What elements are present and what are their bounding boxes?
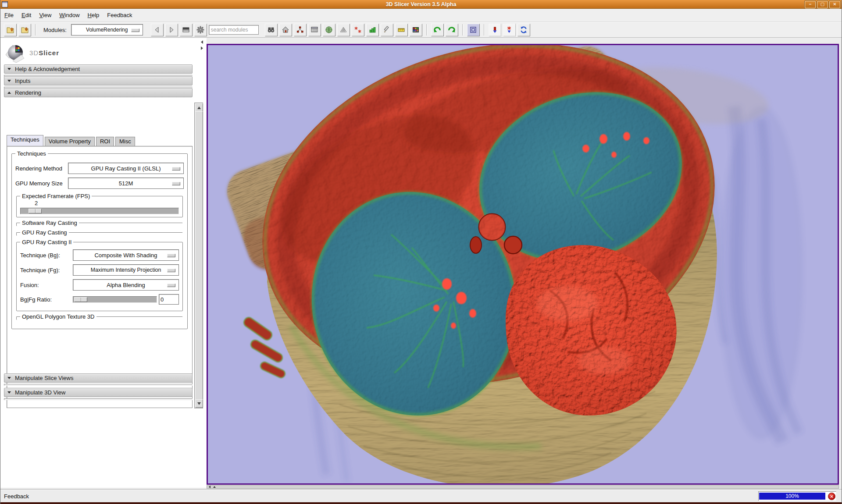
scrollbar-thumb[interactable]	[195, 111, 203, 400]
chart-bars-icon	[368, 26, 376, 34]
arrow-down-icon	[197, 402, 201, 405]
menu-file[interactable]: File	[0, 10, 18, 20]
mesh-icon	[339, 26, 347, 34]
menu-edit[interactable]: Edit	[18, 10, 35, 20]
scroll-handle-icon	[213, 486, 216, 488]
gpu-ray-casting-groupbox[interactable]: GPU Ray Casting	[16, 232, 183, 236]
techniques-tab-panel: Techniques Rendering Method GPU Ray Cast…	[7, 146, 193, 408]
section-rendering[interactable]: Rendering	[4, 88, 193, 97]
fiducial-button[interactable]	[489, 24, 501, 36]
maximize-button[interactable]: ▢	[817, 1, 828, 8]
threed-viewport[interactable]	[207, 44, 839, 485]
menu-feedback[interactable]: Feedback	[103, 10, 136, 20]
technique-bg-combobox[interactable]: Composite With Shading	[73, 249, 179, 261]
modules-combobox[interactable]: VolumeRendering	[71, 24, 143, 35]
globe-icon	[325, 26, 333, 34]
viewport-bottom-scrollbar[interactable]	[207, 485, 839, 489]
rendering-method-combobox[interactable]: GPU Ray Casting II (GLSL)	[68, 163, 184, 174]
menu-help[interactable]: Help	[84, 10, 103, 20]
measurements-button[interactable]	[395, 24, 408, 36]
tab-roi[interactable]: ROI	[96, 137, 114, 146]
scroll-up-button[interactable]	[195, 103, 203, 112]
tab-techniques[interactable]: Techniques	[7, 135, 43, 146]
section-label: Rendering	[15, 89, 41, 96]
collapsed-content	[4, 398, 193, 400]
redo-button[interactable]	[446, 24, 458, 36]
load-scene-button[interactable]	[4, 24, 17, 36]
tables-button[interactable]	[308, 24, 321, 36]
editor-button[interactable]	[381, 24, 393, 36]
home-button[interactable]	[279, 24, 292, 36]
software-ray-casting-groupbox[interactable]: Software Ray Casting	[16, 223, 183, 226]
panel-scrollbar[interactable]	[194, 103, 203, 408]
data-module-button[interactable]	[294, 24, 307, 36]
previous-arrow-icon	[153, 26, 161, 33]
toolbar-separator	[35, 24, 36, 35]
bgfg-ratio-entry[interactable]	[159, 294, 179, 305]
framerate-slider-handle[interactable]	[29, 209, 42, 213]
gpu-memory-combobox[interactable]: 512M	[68, 177, 184, 189]
scroll-left-icon	[209, 486, 210, 488]
search-modules-input[interactable]	[209, 25, 259, 35]
arrow-up-icon	[197, 106, 201, 109]
rotate-arrows-icon	[519, 25, 528, 34]
groupbox-label: Software Ray Casting	[20, 220, 79, 226]
section-inputs[interactable]: Inputs	[4, 76, 193, 85]
toolbar-separator	[426, 24, 427, 35]
save-scene-button[interactable]	[18, 24, 31, 36]
status-feedback[interactable]: Feedback	[4, 493, 29, 500]
fiducial-star-button[interactable]	[503, 24, 516, 36]
window-title: 3D Slicer Version 3.5 Alpha	[0, 1, 842, 7]
menu-view[interactable]: View	[35, 10, 55, 20]
slicer-window: { "window": { "title": "3D Slicer Versio…	[0, 0, 842, 504]
fiducial-icon	[491, 26, 499, 34]
minimize-button[interactable]: –	[805, 1, 816, 8]
registration-button[interactable]	[352, 24, 364, 36]
rotate-views-button[interactable]	[517, 24, 530, 36]
slicer-logo-icon	[4, 42, 27, 64]
models-button[interactable]	[337, 24, 350, 36]
technique-bg-label: Technique (Bg):	[20, 252, 73, 259]
next-module-button[interactable]	[165, 24, 178, 36]
undo-button[interactable]	[431, 24, 444, 36]
tab-misc[interactable]: Misc	[115, 137, 135, 146]
main-toolbar: Modules: VolumeRendering	[0, 22, 842, 38]
volumes-button[interactable]	[366, 24, 379, 36]
fiducial-star-icon	[505, 26, 513, 34]
opengl-polygon-groupbox[interactable]: OpenGL Polygon Texture 3D	[16, 316, 183, 320]
save-scene-icon	[21, 25, 29, 34]
title-bar[interactable]: 3D Slicer Version 3.5 Alpha – ▢ ✕	[0, 0, 842, 9]
section-manipulate-slice-views[interactable]: Manipulate Slice Views	[4, 373, 193, 383]
section-help-acknowledgement[interactable]: Help & Acknowledgement	[4, 64, 193, 74]
window-level-button[interactable]	[180, 24, 193, 36]
panel-splitter[interactable]	[201, 40, 205, 52]
section-manipulate-3d-view[interactable]: Manipulate 3D View	[4, 388, 193, 397]
bgfg-ratio-slider[interactable]	[73, 296, 157, 303]
previous-module-button[interactable]	[151, 24, 164, 36]
menu-window[interactable]: Window	[55, 10, 83, 20]
load-scene-icon	[6, 25, 15, 34]
bgfg-slider-handle[interactable]	[74, 297, 87, 302]
combo-indicator	[167, 269, 175, 272]
module-settings-button[interactable]	[194, 24, 207, 36]
colors-button[interactable]	[410, 24, 422, 36]
search-button[interactable]	[265, 24, 278, 36]
groupbox-label: Expected Framerate (FPS)	[20, 193, 92, 199]
technique-fg-combobox[interactable]: Maximum Intensity Projection	[73, 264, 179, 276]
volume-render-3d[interactable]	[208, 45, 838, 483]
close-button[interactable]: ✕	[829, 1, 840, 8]
section-label: Manipulate Slice Views	[15, 375, 73, 381]
fusion-combobox[interactable]: Alpha Blending	[73, 279, 179, 291]
tab-volume-property[interactable]: Volume Property	[45, 137, 95, 146]
screenshot-icon	[469, 26, 477, 34]
gpu-ray-casting-2-groupbox: GPU Ray Casting II Technique (Bg): Compo…	[16, 242, 183, 311]
screenshot-button[interactable]	[467, 24, 480, 36]
framerate-slider[interactable]: 2	[20, 208, 179, 214]
combo-indicator	[172, 167, 180, 170]
splitter-left-icon	[201, 40, 203, 44]
cancel-progress-button[interactable]: ✕	[828, 493, 835, 500]
scroll-down-button[interactable]	[195, 399, 203, 408]
window-level-icon	[182, 26, 190, 34]
technique-fg-label: Technique (Fg):	[20, 267, 73, 273]
transforms-button[interactable]	[323, 24, 335, 36]
